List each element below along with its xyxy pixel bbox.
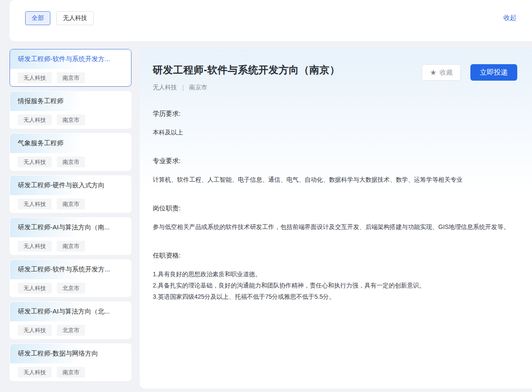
star-icon: ★ <box>430 69 437 76</box>
company-tag: 无人科技 <box>18 283 52 294</box>
city-tag: 南京市 <box>57 199 85 209</box>
job-card[interactable]: 研发工程师-AI与算法方向（北... 无人科技 北京市 <box>10 301 131 339</box>
job-card[interactable]: 研发工程师-数据与网络方向 无人科技 南京市 <box>10 343 131 381</box>
city-tag: 北京市 <box>57 283 85 294</box>
section-line: 计算机、软件工程、人工智能、电子信息、通信、电气、自动化、数据科学与大数据技术、… <box>153 174 517 185</box>
job-detail-title: 研发工程师-软件与系统开发方向（南京） <box>153 63 340 77</box>
city-tag: 南京市 <box>57 72 85 83</box>
job-card[interactable]: 研发工程师-软件与系统开发方... 无人科技 南京市 <box>10 49 131 87</box>
description-section: 任职资格: 1.具有良好的思想政治素质和职业道德。2.具备扎实的理论基础，良好的… <box>153 252 517 302</box>
filter-button-group: 全部 无人科技 <box>25 11 94 25</box>
job-card-tags: 无人科技 南京市 <box>10 195 131 209</box>
city-tag: 南京市 <box>57 241 85 252</box>
job-card-title: 研发工程师-数据与网络方向 <box>10 344 131 363</box>
job-card[interactable]: 情报服务工程师 无人科技 南京市 <box>10 91 131 129</box>
job-card-title: 研发工程师-AI与算法方向（南... <box>10 218 131 237</box>
company-tag: 无人科技 <box>18 157 52 167</box>
city-tag: 南京市 <box>57 157 85 167</box>
job-card-title: 研发工程师-AI与算法方向（北... <box>10 302 131 321</box>
section-line: 本科及以上 <box>153 127 517 138</box>
company-tag: 无人科技 <box>18 72 52 83</box>
favorite-button-label: 收藏 <box>440 69 453 77</box>
job-card-tags: 无人科技 南京市 <box>10 111 131 125</box>
section-line: 1.具有良好的思想政治素质和职业道德。 <box>153 268 517 280</box>
city-tag: 南京市 <box>57 114 85 125</box>
section-label: 岗位职责: <box>153 204 517 212</box>
job-card-title: 研发工程师-硬件与嵌入式方向 <box>10 176 131 195</box>
job-card-title: 气象服务工程师 <box>10 134 131 153</box>
section-lines: 计算机、软件工程、人工智能、电子信息、通信、电气、自动化、数据科学与大数据技术、… <box>153 174 517 185</box>
detail-header: 研发工程师-软件与系统开发方向（南京） 无人科技 ｜ 南京市 ★ 收藏 立即投递 <box>153 63 517 91</box>
section-lines: 本科及以上 <box>153 127 517 138</box>
filter-button[interactable]: 无人科技 <box>56 11 94 25</box>
city-tag: 北京市 <box>57 325 85 336</box>
job-list: 研发工程师-软件与系统开发方... 无人科技 南京市 情报服务工程师 无人科技 … <box>10 49 131 389</box>
content-area: 研发工程师-软件与系统开发方... 无人科技 南京市 情报服务工程师 无人科技 … <box>10 49 532 389</box>
job-detail-panel: 研发工程师-软件与系统开发方向（南京） 无人科技 ｜ 南京市 ★ 收藏 立即投递… <box>140 49 532 389</box>
favorite-button[interactable]: ★ 收藏 <box>422 64 461 81</box>
section-line: 3.英语国家四级425分及以上、托福不低于75分或雅思不低于5.5分。 <box>153 291 517 302</box>
job-card-tags: 无人科技 南京市 <box>10 363 131 378</box>
job-card[interactable]: 气象服务工程师 无人科技 南京市 <box>10 133 131 171</box>
detail-actions: ★ 收藏 立即投递 <box>422 64 517 81</box>
section-lines: 1.具有良好的思想政治素质和职业道德。2.具备扎实的理论基础，良好的沟通能力和团… <box>153 268 517 302</box>
job-card-title: 研发工程师-软件与系统开发方... <box>10 260 131 279</box>
job-card-tags: 无人科技 南京市 <box>10 153 131 167</box>
detail-city: 南京市 <box>189 84 207 91</box>
subtitle-separator: ｜ <box>180 84 186 91</box>
job-card-title: 情报服务工程师 <box>10 91 131 111</box>
collapse-link[interactable]: 收起 <box>503 14 516 22</box>
company-tag: 无人科技 <box>18 367 52 378</box>
job-card[interactable]: 研发工程师-AI与算法方向（南... 无人科技 南京市 <box>10 217 131 255</box>
detail-company: 无人科技 <box>153 84 177 91</box>
company-tag: 无人科技 <box>18 199 52 209</box>
apply-button[interactable]: 立即投递 <box>470 64 517 81</box>
job-card[interactable]: 研发工程师-软件与系统开发方... 无人科技 北京市 <box>10 259 131 297</box>
section-line: 参与低空相关产品或系统的软件技术研发工作，包括前端界面设计及交互开发、后端架构搭… <box>153 221 517 232</box>
section-line: 2.具备扎实的理论基础，良好的沟通能力和团队协作精神，责任心和执行力强，具有一定… <box>153 280 517 291</box>
company-tag: 无人科技 <box>18 114 52 125</box>
section-lines: 参与低空相关产品或系统的软件技术研发工作，包括前端界面设计及交互开发、后端架构搭… <box>153 221 517 232</box>
job-card-title: 研发工程师-软件与系统开发方... <box>10 49 131 69</box>
section-label: 专业要求: <box>153 157 517 165</box>
section-label: 学历要求: <box>153 110 517 118</box>
job-card[interactable]: 研发工程师-硬件与嵌入式方向 无人科技 南京市 <box>10 175 131 213</box>
job-card-tags: 无人科技 北京市 <box>10 321 131 336</box>
job-card-tags: 无人科技 南京市 <box>10 237 131 252</box>
job-card-tags: 无人科技 北京市 <box>10 279 131 294</box>
city-tag: 南京市 <box>57 367 85 378</box>
job-detail-subtitle: 无人科技 ｜ 南京市 <box>153 84 340 91</box>
description-section: 学历要求: 本科及以上 <box>153 110 517 138</box>
company-tag: 无人科技 <box>18 241 52 252</box>
filter-bar: 全部 无人科技 收起 <box>10 0 532 41</box>
filter-button[interactable]: 全部 <box>25 11 50 25</box>
section-label: 任职资格: <box>153 252 517 260</box>
company-tag: 无人科技 <box>18 325 52 336</box>
job-description: 学历要求: 本科及以上 专业要求: 计算机、软件工程、人工智能、电子信息、通信、… <box>153 110 517 302</box>
detail-header-left: 研发工程师-软件与系统开发方向（南京） 无人科技 ｜ 南京市 <box>153 63 340 91</box>
description-section: 岗位职责: 参与低空相关产品或系统的软件技术研发工作，包括前端界面设计及交互开发… <box>153 204 517 232</box>
job-card-tags: 无人科技 南京市 <box>10 69 131 83</box>
description-section: 专业要求: 计算机、软件工程、人工智能、电子信息、通信、电气、自动化、数据科学与… <box>153 157 517 185</box>
